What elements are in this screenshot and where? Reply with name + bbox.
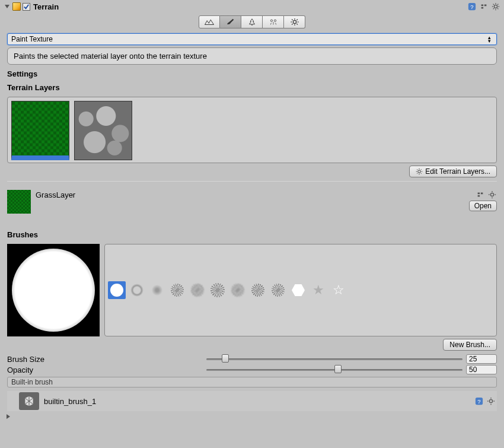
gear-icon[interactable] xyxy=(491,2,500,11)
selected-layer-name: GrassLayer xyxy=(36,190,75,199)
svg-line-9 xyxy=(493,8,494,9)
expand-toggle-icon[interactable] xyxy=(5,5,9,8)
unity-asset-icon xyxy=(19,392,39,410)
terrain-layers-heading: Terrain Layers xyxy=(7,83,497,92)
open-layer-label: Open xyxy=(474,202,492,210)
svg-text:?: ? xyxy=(470,4,473,10)
brush-thumbnails-strip: ★ ☆ xyxy=(104,244,497,336)
svg-text:?: ? xyxy=(477,398,480,405)
brush-size-input[interactable] xyxy=(466,354,497,364)
svg-line-29 xyxy=(417,173,417,174)
svg-point-22 xyxy=(418,170,421,173)
brushes-heading: Brushes xyxy=(7,230,497,239)
brush-thumb[interactable] xyxy=(289,281,307,299)
mode-paint-texture-button[interactable] xyxy=(220,15,241,28)
svg-point-12 xyxy=(274,20,276,21)
opacity-label: Opacity xyxy=(7,366,203,374)
svg-point-31 xyxy=(490,193,493,196)
mode-raise-lower-button[interactable] xyxy=(199,15,220,28)
opacity-input[interactable] xyxy=(466,365,497,374)
help-icon[interactable]: ? xyxy=(474,396,484,406)
mode-paint-details-button[interactable] xyxy=(263,15,284,28)
brush-thumb[interactable] xyxy=(269,281,287,299)
presets-icon[interactable] xyxy=(479,2,489,11)
edit-terrain-layers-label: Edit Terrain Layers... xyxy=(425,167,490,176)
terrain-layers-list xyxy=(7,97,497,163)
edit-terrain-layers-button[interactable]: Edit Terrain Layers... xyxy=(409,166,497,177)
component-title: Terrain xyxy=(33,2,59,11)
tool-description: Paints the selected material layer onto … xyxy=(7,47,497,65)
svg-point-13 xyxy=(293,20,296,23)
dropdown-caret-icon: ▴▾ xyxy=(488,36,494,43)
new-brush-button[interactable]: New Brush... xyxy=(443,339,497,351)
svg-line-8 xyxy=(497,8,498,9)
new-brush-label: New Brush... xyxy=(449,341,490,349)
brush-size-label: Brush Size xyxy=(7,355,203,364)
terrain-mode-toolbar xyxy=(4,15,500,28)
selected-layer-thumb[interactable] xyxy=(7,190,31,214)
brush-thumb[interactable] xyxy=(189,281,206,299)
svg-line-10 xyxy=(497,4,498,5)
svg-point-38 xyxy=(489,399,492,402)
presets-icon[interactable] xyxy=(476,190,485,199)
svg-line-30 xyxy=(421,169,422,170)
open-layer-button[interactable]: Open xyxy=(469,201,497,211)
brush-thumb[interactable]: ☆ xyxy=(330,281,347,299)
component-header: Terrain ? xyxy=(4,1,500,12)
brush-preview xyxy=(7,244,100,336)
terrain-layer-thumb[interactable] xyxy=(74,101,132,160)
gear-icon[interactable] xyxy=(487,190,497,199)
help-icon[interactable]: ? xyxy=(467,2,477,11)
mode-paint-trees-button[interactable] xyxy=(241,15,263,28)
terrain-component-icon xyxy=(12,2,21,11)
svg-line-20 xyxy=(292,24,293,25)
asset-expand-toggle-icon[interactable] xyxy=(7,414,10,419)
svg-point-11 xyxy=(270,20,272,21)
brush-asset-row: builtin_brush_1 ? xyxy=(7,391,497,411)
svg-line-27 xyxy=(417,169,417,170)
svg-line-19 xyxy=(296,24,298,25)
gear-icon xyxy=(416,168,423,175)
svg-line-21 xyxy=(296,20,298,21)
brush-thumb[interactable] xyxy=(108,281,126,299)
enable-checkbox[interactable] xyxy=(23,3,30,11)
paint-tool-value: Paint Texture xyxy=(11,35,53,43)
gear-icon[interactable] xyxy=(486,396,496,406)
paint-tool-dropdown[interactable]: Paint Texture ▴▾ xyxy=(7,33,497,45)
mode-settings-button[interactable] xyxy=(284,15,305,28)
brush-size-slider[interactable] xyxy=(206,354,462,364)
brush-asset-name: builtin_brush_1 xyxy=(44,397,96,406)
brush-thumb[interactable] xyxy=(229,281,247,299)
svg-point-2 xyxy=(494,5,497,8)
settings-heading: Settings xyxy=(7,69,497,78)
brush-thumb[interactable] xyxy=(249,281,267,299)
svg-line-7 xyxy=(493,4,494,5)
brush-thumb[interactable] xyxy=(148,281,166,299)
svg-line-28 xyxy=(421,173,422,174)
brush-thumb[interactable] xyxy=(128,281,146,299)
brush-source-field: Built-in brush xyxy=(7,377,497,387)
brush-thumb[interactable] xyxy=(209,281,227,299)
brush-thumb[interactable] xyxy=(168,281,186,299)
terrain-layer-thumb[interactable] xyxy=(11,101,69,160)
svg-line-18 xyxy=(292,20,293,21)
opacity-slider[interactable] xyxy=(206,365,462,374)
brush-thumb[interactable]: ★ xyxy=(310,281,327,299)
